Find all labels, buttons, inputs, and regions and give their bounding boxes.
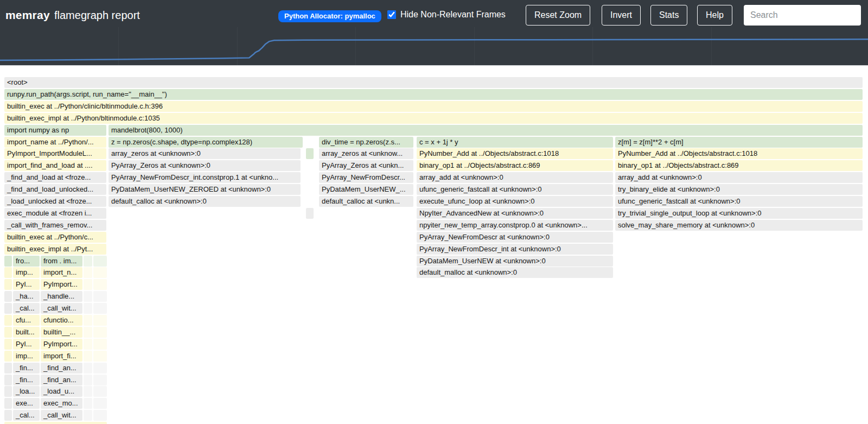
- flame-frame-sliver[interactable]: [4, 351, 12, 362]
- flame-frame-sliver[interactable]: [93, 291, 107, 302]
- flame-frame[interactable]: PyArray_NewFromDescr at <unknown>:0: [417, 232, 613, 243]
- flame-frame[interactable]: _find_and_load at <froze...: [4, 172, 106, 183]
- flame-frame[interactable]: exec_module at <frozen i...: [4, 208, 106, 219]
- flame-frame[interactable]: builtin_exec_impl at ../Python/bltinmodu…: [4, 113, 863, 124]
- flame-frame[interactable]: PyNumber_Add at ../Objects/abstract.c:10…: [615, 148, 863, 159]
- flame-frame[interactable]: PyImport_ImportModuleL...: [4, 148, 106, 159]
- flame-frame[interactable]: binary_op1 at ../Objects/abstract.c:869: [417, 160, 613, 171]
- flame-frame[interactable]: PyArray_Zeros at <unkn...: [319, 160, 413, 171]
- flame-frame[interactable]: mandelbrot(800, 1000): [108, 125, 863, 136]
- flame-frame-sliver[interactable]: [4, 267, 12, 278]
- flame-frame-sliver[interactable]: [93, 303, 107, 314]
- flame-frame[interactable]: array_zeros at <unknown>:0: [108, 148, 301, 159]
- flame-frame[interactable]: PyI...: [13, 339, 40, 350]
- flame-frame[interactable]: _load_u...: [41, 386, 82, 397]
- flame-frame[interactable]: PyImport...: [41, 279, 82, 290]
- flame-frame-sliver[interactable]: [4, 386, 12, 397]
- flame-frame[interactable]: PyArray_NewFromDescr_int at <unknown>:0: [417, 244, 613, 255]
- flame-frame-sliver[interactable]: [84, 291, 92, 302]
- flame-frame[interactable]: _load_unlocked at <froze...: [4, 196, 106, 207]
- flame-frame-sliver[interactable]: [84, 303, 92, 314]
- flame-frame[interactable]: _handle...: [41, 291, 82, 302]
- flame-frame[interactable]: _fin...: [13, 363, 40, 374]
- flame-frame-sliver[interactable]: [84, 386, 92, 397]
- flame-frame-sliver[interactable]: [84, 315, 92, 326]
- flame-frame[interactable]: builtin_exec at ../Python/clinic/bltinmo…: [4, 101, 863, 112]
- flame-frame[interactable]: _fin...: [13, 375, 40, 385]
- flame-frame-sliver[interactable]: [4, 327, 12, 338]
- flame-frame-sliver[interactable]: [306, 208, 314, 219]
- flame-frame-sliver[interactable]: [4, 339, 12, 350]
- flame-frame[interactable]: fro...: [13, 256, 40, 267]
- flame-frame[interactable]: import_fi...: [41, 351, 82, 362]
- flame-frame[interactable]: ufunc_generic_fastcall at <unknown>:0: [417, 184, 613, 195]
- flame-frame[interactable]: npyiter_new_temp_array.constprop.0 at <u…: [417, 220, 613, 231]
- flame-frame[interactable]: PyArray_NewFromDescr_int.constprop.1 at …: [108, 172, 301, 183]
- flame-frame-sliver[interactable]: [93, 315, 107, 326]
- flame-frame-sliver[interactable]: [93, 375, 107, 385]
- flame-frame[interactable]: PyArray_NewFromDescr...: [319, 172, 413, 183]
- flame-frame-sliver[interactable]: [93, 256, 107, 267]
- flame-frame-sliver[interactable]: [4, 422, 107, 424]
- flame-frame[interactable]: _find_an...: [41, 375, 82, 385]
- flame-frame[interactable]: builtin_exec at ../Python/c...: [4, 232, 106, 243]
- flame-frame-sliver[interactable]: [84, 279, 92, 290]
- flame-frame-sliver[interactable]: [93, 327, 107, 338]
- flame-frame[interactable]: import_name at ../Python/...: [4, 137, 106, 148]
- flame-frame[interactable]: built...: [13, 327, 40, 338]
- flame-frame[interactable]: _loa...: [13, 386, 40, 397]
- flame-frame[interactable]: array_zeros at <unknow...: [319, 148, 413, 159]
- flame-frame[interactable]: _ha...: [13, 291, 40, 302]
- flame-frame-sliver[interactable]: [84, 375, 92, 385]
- flame-frame[interactable]: div_time = np.zeros(z.s...: [319, 137, 413, 148]
- flame-frame-sliver[interactable]: [84, 351, 92, 362]
- flame-frame[interactable]: import_find_and_load at ....: [4, 160, 106, 171]
- flame-frame-sliver[interactable]: [93, 267, 107, 278]
- flame-frame[interactable]: _call_wit...: [41, 410, 82, 421]
- flame-frame-sliver[interactable]: [4, 279, 12, 290]
- flame-frame[interactable]: ufunc_generic_fastcall at <unknown>:0: [615, 196, 863, 207]
- flame-frame[interactable]: NpyIter_AdvancedNew at <unknown>:0: [417, 208, 613, 219]
- flame-frame[interactable]: PyI...: [13, 279, 40, 290]
- flame-frame-sliver[interactable]: [93, 339, 107, 350]
- flame-frame[interactable]: _call_with_frames_remov...: [4, 220, 106, 231]
- flame-frame[interactable]: _cal...: [13, 303, 40, 314]
- flame-frame[interactable]: cfunctio...: [41, 315, 82, 326]
- flame-frame-sliver[interactable]: [4, 363, 12, 374]
- flame-frame[interactable]: builtin_exec_impl at ../Pyt...: [4, 244, 106, 255]
- flame-frame[interactable]: _call_wit...: [41, 303, 82, 314]
- flame-frame[interactable]: try_binary_elide at <unknown>:0: [615, 184, 863, 195]
- flame-frame[interactable]: PyArray_Zeros at <unknown>:0: [108, 160, 301, 171]
- flame-frame-sliver[interactable]: [4, 303, 12, 314]
- flame-frame[interactable]: array_add at <unknown>:0: [417, 172, 613, 183]
- flame-frame[interactable]: imp...: [13, 267, 40, 278]
- flame-frame-sliver[interactable]: [84, 339, 92, 350]
- flame-frame-sliver[interactable]: [93, 398, 107, 409]
- flame-frame-sliver[interactable]: [93, 363, 107, 374]
- flame-frame-sliver[interactable]: [93, 351, 107, 362]
- flame-frame[interactable]: try_trivial_single_output_loop at <unkno…: [615, 208, 863, 219]
- flame-frame[interactable]: exe...: [13, 398, 40, 409]
- flame-frame[interactable]: cfu...: [13, 315, 40, 326]
- flame-frame[interactable]: import numpy as np: [4, 125, 106, 136]
- flame-frame[interactable]: import_n...: [41, 267, 82, 278]
- flame-frame[interactable]: <root>: [4, 77, 863, 88]
- flame-frame[interactable]: array_add at <unknown>:0: [615, 172, 863, 183]
- flame-frame[interactable]: runpy.run_path(args.script, run_name="__…: [4, 89, 863, 100]
- flame-frame[interactable]: imp...: [13, 351, 40, 362]
- flame-frame-sliver[interactable]: [93, 279, 107, 290]
- flame-frame[interactable]: from . im...: [41, 256, 82, 267]
- flame-frame-sliver[interactable]: [84, 256, 92, 267]
- flame-frame[interactable]: execute_ufunc_loop at <unknown>:0: [417, 196, 613, 207]
- flame-frame-sliver[interactable]: [84, 410, 92, 421]
- flame-frame-sliver[interactable]: [4, 398, 12, 409]
- flame-frame[interactable]: _find_an...: [41, 363, 82, 374]
- flame-frame[interactable]: z[m] = z[m]**2 + c[m]: [615, 137, 863, 148]
- flame-frame[interactable]: exec_mo...: [41, 398, 82, 409]
- flame-frame[interactable]: PyDataMem_UserNEW at <unknown>:0: [417, 256, 613, 267]
- flame-frame-sliver[interactable]: [4, 256, 12, 267]
- flame-frame[interactable]: builtin__...: [41, 327, 82, 338]
- flame-frame-sliver[interactable]: [84, 267, 92, 278]
- flame-frame[interactable]: PyImport...: [41, 339, 82, 350]
- flame-frame[interactable]: default_calloc at <unkn...: [319, 196, 413, 207]
